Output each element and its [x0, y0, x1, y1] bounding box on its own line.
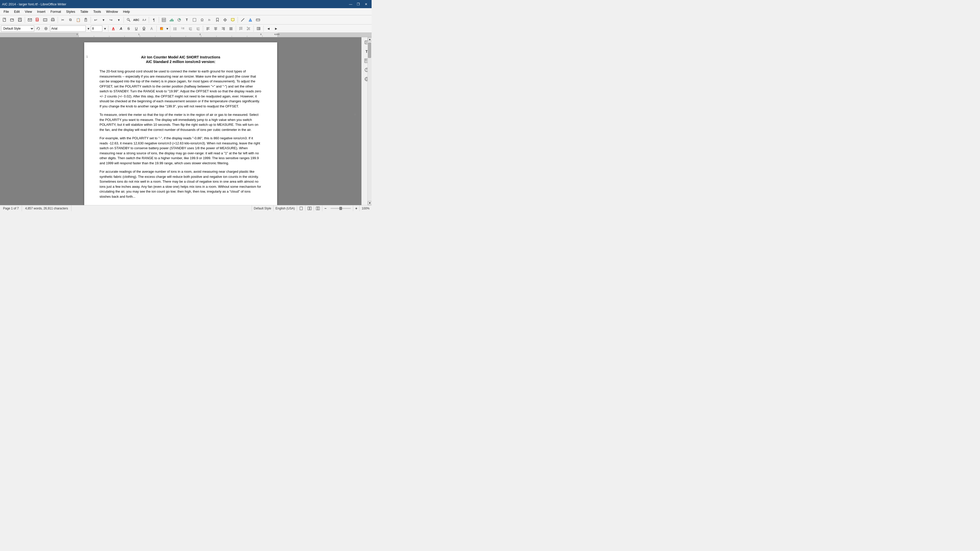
zoom-thumb[interactable]: [339, 207, 342, 210]
special-chars-button[interactable]: Ω: [199, 16, 206, 24]
navigator-button[interactable]: [221, 16, 229, 24]
paste-special-button[interactable]: [82, 16, 89, 24]
table-button[interactable]: [160, 16, 167, 24]
menu-view[interactable]: View: [22, 9, 35, 14]
zoom-slider-area[interactable]: [328, 208, 353, 209]
demote-outline-button[interactable]: ►: [272, 25, 280, 32]
bullet-list-button[interactable]: [172, 25, 179, 32]
find-button[interactable]: [125, 16, 132, 24]
svg-text:4.000: 4.000: [274, 33, 280, 35]
frame-button[interactable]: [191, 16, 198, 24]
maximize-button[interactable]: ❐: [355, 2, 362, 6]
font-name-input[interactable]: [50, 25, 86, 32]
separator5: [149, 17, 149, 23]
document-area[interactable]: 1 Air Ion Counter Model AIC SHORT Instru…: [0, 37, 361, 205]
view-multi-button[interactable]: [305, 205, 313, 211]
menu-insert[interactable]: Insert: [35, 9, 48, 14]
menu-window[interactable]: Window: [103, 9, 121, 14]
open-button[interactable]: [9, 16, 16, 24]
formatting-marks-button[interactable]: ¶: [150, 16, 158, 24]
shapes-button[interactable]: [247, 16, 254, 24]
scroll-down-arrow[interactable]: ▼: [368, 201, 372, 205]
increase-indent-button[interactable]: [194, 25, 202, 32]
menu-file[interactable]: File: [1, 9, 11, 14]
redo-button[interactable]: ↪: [107, 16, 115, 24]
size-dropdown[interactable]: ▾: [103, 25, 107, 32]
save-button[interactable]: [16, 16, 24, 24]
menu-edit[interactable]: Edit: [11, 9, 22, 14]
field-button[interactable]: fn: [206, 16, 213, 24]
paragraph-1: The 20-foot long ground cord should be u…: [100, 69, 262, 109]
line-draw-button[interactable]: [239, 16, 246, 24]
justify-button[interactable]: [228, 25, 234, 32]
line-spacing-button[interactable]: [237, 25, 245, 32]
paragraph-spacing-button[interactable]: [245, 25, 252, 32]
scroll-track[interactable]: [368, 41, 372, 201]
svg-point-16: [127, 18, 129, 21]
redo-arrow[interactable]: ▾: [115, 16, 122, 24]
numbered-list-button[interactable]: 1.2.: [179, 25, 186, 32]
style-list-button[interactable]: [42, 25, 49, 32]
columns-button[interactable]: [255, 25, 262, 32]
pdf-button[interactable]: PDF: [34, 16, 41, 24]
outline-button[interactable]: A: [148, 25, 155, 32]
separator-t2-5: [236, 25, 236, 32]
highlight-arrow[interactable]: ▾: [165, 25, 169, 32]
font-size-input[interactable]: [91, 25, 102, 32]
svg-rect-0: [3, 18, 6, 21]
email-button[interactable]: [26, 16, 33, 24]
view-book-button[interactable]: [313, 205, 322, 211]
decrease-indent-button[interactable]: [187, 25, 194, 32]
scroll-thumb[interactable]: [368, 43, 371, 58]
svg-rect-9: [44, 19, 46, 21]
spellcheck-button[interactable]: ABC: [133, 16, 140, 24]
font-color-button[interactable]: A: [110, 25, 117, 32]
underline-button[interactable]: U: [133, 25, 140, 32]
align-center-button[interactable]: [212, 25, 219, 32]
minimize-button[interactable]: —: [347, 2, 354, 6]
close-button[interactable]: ✕: [363, 2, 369, 6]
zoom-slider[interactable]: [331, 208, 351, 209]
language-status: English (USA): [273, 205, 297, 211]
bold-underline-button[interactable]: Ū: [140, 25, 148, 32]
autocorrect-button[interactable]: A→A: [140, 16, 148, 24]
ruler: 0 1 2 3 4.000: [0, 33, 372, 37]
align-right-button[interactable]: [220, 25, 227, 32]
strikethrough-button[interactable]: S: [125, 25, 132, 32]
note-button[interactable]: [229, 16, 236, 24]
menu-tools[interactable]: Tools: [91, 9, 103, 14]
text-box-button[interactable]: T: [183, 16, 190, 24]
zoom-out-button[interactable]: −: [322, 205, 328, 211]
undo-button[interactable]: ↩: [92, 16, 99, 24]
copy-button[interactable]: ⧉: [67, 16, 74, 24]
font-dropdown[interactable]: ▾: [86, 25, 90, 32]
menu-table[interactable]: Table: [78, 9, 91, 14]
chart-button[interactable]: [168, 16, 175, 24]
new-button[interactable]: [1, 16, 8, 24]
form-controls-button[interactable]: [255, 16, 262, 24]
style-refresh-button[interactable]: [35, 25, 42, 32]
undo-arrow[interactable]: ▾: [100, 16, 107, 24]
menu-help[interactable]: Help: [121, 9, 132, 14]
cut-button[interactable]: ✂: [59, 16, 66, 24]
scroll-up-arrow[interactable]: ▲: [368, 37, 372, 41]
highlight-button[interactable]: [158, 25, 165, 32]
bold-button[interactable]: A: [118, 25, 124, 32]
menu-styles[interactable]: Styles: [64, 9, 78, 14]
svg-text:1: 1: [138, 33, 140, 35]
vertical-scrollbar[interactable]: ▲ ▼: [368, 37, 372, 205]
paste-button[interactable]: 📋: [75, 16, 82, 24]
print-preview-button[interactable]: [41, 16, 49, 24]
align-left-button[interactable]: [204, 25, 212, 32]
paragraph-style-select[interactable]: Default Style: [1, 25, 34, 32]
bookmark-button[interactable]: [214, 16, 221, 24]
separator-t2-1: [108, 25, 108, 32]
svg-rect-85: [259, 27, 260, 30]
zoom-in-button[interactable]: +: [353, 205, 360, 211]
view-single-button[interactable]: [297, 205, 305, 211]
pie-chart-button[interactable]: [176, 16, 183, 24]
print-button[interactable]: [49, 16, 56, 24]
zoom-percent[interactable]: 100%: [360, 205, 372, 211]
promote-outline-button[interactable]: ◄: [265, 25, 272, 32]
menu-format[interactable]: Format: [48, 9, 64, 14]
